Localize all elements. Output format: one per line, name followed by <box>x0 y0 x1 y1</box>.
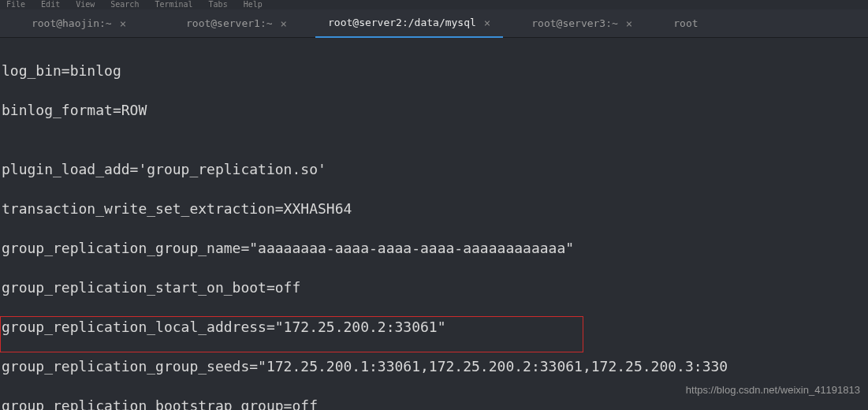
menu-tabs[interactable]: Tabs <box>209 0 228 9</box>
watermark: https://blog.csdn.net/weixin_41191813 <box>686 384 860 396</box>
close-icon[interactable]: × <box>281 17 287 30</box>
tab-label: root@haojin:~ <box>32 17 112 29</box>
menubar: File Edit View Search Terminal Tabs Help <box>0 0 868 9</box>
menu-help[interactable]: Help <box>244 0 263 9</box>
terminal-line: group_replication_group_name="aaaaaaaa-a… <box>2 238 866 258</box>
close-icon[interactable]: × <box>484 17 490 29</box>
terminal-line: group_replication_group_seeds="172.25.20… <box>2 356 866 376</box>
terminal-line: group_replication_local_address="172.25.… <box>2 317 866 337</box>
tab-server1[interactable]: root@server1:~ × <box>158 9 315 38</box>
tab-haojin[interactable]: root@haojin:~ × <box>0 9 158 38</box>
terminal-line: plugin_load_add='group_replication.so' <box>2 159 866 179</box>
menu-search[interactable]: Search <box>110 0 139 9</box>
tabbar: root@haojin:~ × root@server1:~ × root@se… <box>0 9 868 38</box>
terminal-content[interactable]: log_bin=binlog binlog_format=ROW plugin_… <box>0 38 868 410</box>
close-icon[interactable]: × <box>120 17 126 30</box>
tab-label: root <box>673 17 698 29</box>
terminal-line: transaction_write_set_extraction=XXHASH6… <box>2 199 866 218</box>
terminal-line: group_replication_bootstrap_group=off <box>2 396 866 410</box>
terminal-line: log_bin=binlog <box>2 61 866 80</box>
tab-server3[interactable]: root@server3:~ × <box>503 9 661 38</box>
tab-server2[interactable]: root@server2:/data/mysql × <box>315 9 503 38</box>
tab-root-partial[interactable]: root <box>661 9 710 38</box>
menu-terminal[interactable]: Terminal <box>155 0 192 9</box>
tab-label: root@server2:/data/mysql <box>328 17 476 28</box>
tab-label: root@server3:~ <box>531 17 618 29</box>
terminal-line: binlog_format=ROW <box>2 100 866 120</box>
menu-view[interactable]: View <box>76 0 95 9</box>
menu-file[interactable]: File <box>6 0 25 9</box>
close-icon[interactable]: × <box>626 17 632 30</box>
tab-label: root@server1:~ <box>186 17 273 29</box>
menu-edit[interactable]: Edit <box>41 0 60 9</box>
terminal-line: group_replication_start_on_boot=off <box>2 278 866 297</box>
